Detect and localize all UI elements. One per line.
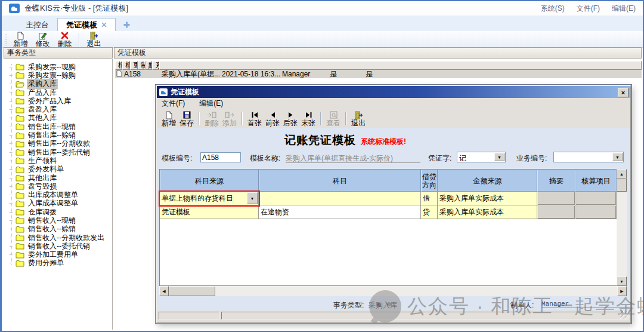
account-cell[interactable]: 在途物资 bbox=[259, 205, 421, 219]
grid-row: 凭证模板 在途物资 贷 采购入库单实际成本 bbox=[160, 205, 617, 219]
list-column-header-filler bbox=[159, 61, 642, 70]
dialog-titlebar[interactable]: 凭证模板 bbox=[157, 86, 630, 98]
tab-bar: 主控台 凭证模板 bbox=[2, 16, 643, 32]
account-source-cell[interactable]: 凭证模板 bbox=[160, 205, 259, 219]
voucher-word-select[interactable]: 记 bbox=[457, 152, 506, 162]
add-row-icon bbox=[225, 111, 234, 119]
scroll-up-button[interactable] bbox=[617, 169, 627, 179]
grid-column-header: 科目来源 bbox=[160, 170, 259, 192]
scroll-right-button[interactable] bbox=[617, 286, 627, 296]
dialog-exit-button[interactable]: 退出 bbox=[349, 111, 367, 127]
dialog-menu-file[interactable]: 文件(F) bbox=[162, 99, 185, 109]
chevron-down-icon[interactable] bbox=[612, 153, 623, 161]
summary-cell[interactable] bbox=[537, 205, 575, 219]
list-column-header[interactable]: 系统 bbox=[152, 61, 159, 70]
toolbar-separator bbox=[199, 112, 200, 125]
tree-guide bbox=[9, 84, 13, 84]
dialog-status-line: 事务类型: 采购入库 制单人: Manager bbox=[157, 299, 630, 311]
prev-icon bbox=[270, 111, 275, 119]
folder-icon bbox=[16, 115, 24, 122]
add-tab-button[interactable] bbox=[123, 21, 131, 29]
tree-item[interactable]: 盘盈入库 bbox=[4, 105, 112, 113]
sidebar-header: 事务类型 bbox=[4, 47, 113, 59]
dialog-first-button[interactable]: 首张 bbox=[246, 111, 264, 127]
dialog-next-button[interactable]: 后张 bbox=[281, 111, 299, 127]
save-icon bbox=[183, 111, 191, 119]
template-no-input[interactable] bbox=[200, 152, 241, 162]
tab-voucher-template[interactable]: 凭证模板 bbox=[57, 18, 116, 31]
dialog-new-button[interactable]: 新增 bbox=[160, 111, 178, 127]
tree-item[interactable]: 采购发票--赊购 bbox=[4, 71, 112, 79]
tab-main-console[interactable]: 主控台 bbox=[17, 19, 57, 31]
folder-icon bbox=[16, 226, 24, 233]
last-icon bbox=[305, 111, 312, 119]
folder-icon bbox=[16, 123, 24, 130]
tree-guide bbox=[9, 212, 13, 213]
dropdown-button[interactable] bbox=[247, 192, 258, 204]
dialog-last-button[interactable]: 末张 bbox=[299, 111, 317, 127]
new-button[interactable]: 新增 bbox=[10, 32, 32, 47]
account-source-cell[interactable]: 单据上物料的存货科目 bbox=[160, 192, 259, 205]
transaction-type-value: 采购入库 bbox=[369, 300, 423, 311]
folder-icon bbox=[16, 251, 24, 259]
amount-source-cell[interactable]: 采购入库单实际成本 bbox=[438, 192, 537, 205]
采购入库单(单据...[interactable]: A158 采购入库单(单据... 2021-05-18 16:3... Mana… bbox=[115, 70, 642, 78]
horizontal-scroll-thumb[interactable] bbox=[169, 286, 215, 296]
tree-guide bbox=[9, 109, 13, 110]
scroll-down-button[interactable] bbox=[617, 276, 627, 286]
exit-button[interactable]: 退出 bbox=[83, 32, 105, 47]
horizontal-scrollbar[interactable] bbox=[159, 286, 627, 296]
list-column-header[interactable]: 模板名称 bbox=[122, 61, 130, 70]
tree-item[interactable]: 采购入库 bbox=[4, 80, 112, 88]
modify-button[interactable]: 修改 bbox=[32, 32, 54, 47]
resize-grip[interactable] bbox=[620, 311, 628, 319]
business-no-select[interactable] bbox=[553, 152, 624, 162]
accounting-item-cell[interactable] bbox=[575, 192, 617, 205]
grid-column-header: 摘要 bbox=[537, 170, 575, 192]
list-column-header[interactable]: 制单人 bbox=[138, 61, 145, 70]
delete-row-icon bbox=[207, 111, 216, 119]
chevron-down-icon[interactable] bbox=[494, 153, 504, 161]
menu-system[interactable]: 系统(S) bbox=[541, 4, 565, 14]
toolbar-grip[interactable] bbox=[4, 33, 7, 45]
tree-item[interactable]: 销售出库--委托代销 bbox=[4, 148, 112, 156]
list-column-header[interactable]: 更新时间 bbox=[130, 61, 138, 70]
list-column-header[interactable]: 模板编号 bbox=[115, 61, 122, 70]
accounting-item-cell[interactable] bbox=[575, 205, 617, 219]
tree-guide bbox=[9, 161, 13, 161]
first-icon bbox=[251, 111, 259, 119]
tree-item[interactable]: 委外发料单 bbox=[4, 165, 112, 174]
summary-cell[interactable] bbox=[537, 192, 575, 205]
vertical-scrollbar[interactable] bbox=[617, 169, 627, 286]
tree-item[interactable]: 委外产品入库 bbox=[4, 97, 112, 105]
list-column-header[interactable]: 默认 bbox=[145, 61, 153, 70]
tree-guide bbox=[9, 238, 13, 238]
dialog-add-button[interactable]: 添加 bbox=[221, 111, 239, 127]
folder-icon bbox=[16, 106, 24, 113]
dialog-view-button[interactable]: 查看 bbox=[324, 111, 342, 127]
tree-item[interactable]: 其他出库 bbox=[4, 174, 112, 182]
delete-button[interactable]: 删除 bbox=[54, 32, 76, 47]
dialog-close-button[interactable] bbox=[618, 88, 628, 97]
template-name-label: 模板名称: bbox=[250, 153, 280, 164]
scroll-left-button[interactable] bbox=[159, 286, 169, 296]
dialog-statusbar bbox=[157, 311, 630, 322]
dialog-save-button[interactable]: 保存 bbox=[178, 111, 196, 127]
tree-item[interactable]: 费用分摊单 bbox=[4, 259, 112, 268]
tree-guide bbox=[9, 67, 13, 67]
folder-icon bbox=[16, 149, 24, 156]
dialog-menu-edit[interactable]: 编辑(E) bbox=[199, 99, 223, 109]
dialog-toolbar: 新增 保存 删除 添加 首张 前张 后张 bbox=[157, 109, 630, 128]
amount-source-cell[interactable]: 采购入库单实际成本 bbox=[438, 205, 537, 219]
account-cell[interactable] bbox=[259, 192, 421, 205]
dialog-delete-button[interactable]: 删除 bbox=[203, 111, 221, 127]
menu-edit[interactable]: 编辑(E) bbox=[612, 4, 636, 14]
menu-file[interactable]: 文件(F) bbox=[577, 4, 600, 14]
close-icon[interactable] bbox=[101, 20, 107, 29]
vertical-scroll-thumb[interactable] bbox=[617, 179, 627, 192]
tree-guide bbox=[9, 135, 13, 136]
dialog-prev-button[interactable]: 前张 bbox=[264, 111, 281, 127]
tree-item[interactable]: 入库成本调整单 bbox=[4, 199, 112, 208]
new-doc-icon bbox=[17, 32, 24, 40]
tree-guide bbox=[9, 246, 13, 247]
